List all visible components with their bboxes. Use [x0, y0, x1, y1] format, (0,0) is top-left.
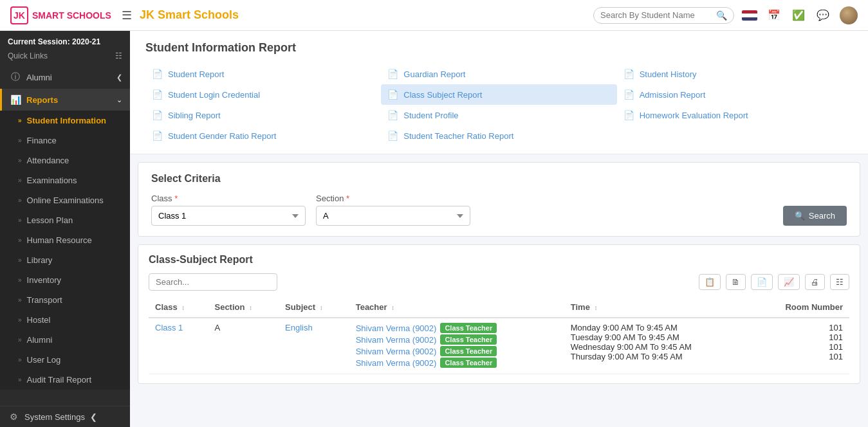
report-link-label: Admission Report	[640, 90, 706, 100]
sidebar-item-library[interactable]: » Library	[0, 250, 130, 270]
sort-icon: ↕	[391, 304, 394, 311]
sidebar-item-human-resource[interactable]: » Human Resource	[0, 230, 130, 250]
sidebar-session: Current Session: 2020-21	[0, 31, 130, 50]
search-button[interactable]: 🔍 Search	[783, 206, 847, 226]
col-teacher[interactable]: Teacher ↕	[349, 297, 564, 318]
report-doc-icon: 📄	[152, 131, 163, 141]
copy-button[interactable]: 📋	[699, 274, 721, 290]
sidebar-item-student-information[interactable]: » Student Information	[0, 111, 130, 131]
logo-box: JK	[10, 6, 28, 24]
teacher-row: Shivam Verma (9002) Class Teacher	[356, 334, 558, 345]
teacher-name: Shivam Verma (9002)	[356, 347, 437, 356]
sidebar-label-transport: Transport	[27, 295, 62, 305]
sidebar-label-examinations: Examinations	[27, 176, 77, 185]
sidebar-item-system-settings[interactable]: ⚙ System Settings ❮	[0, 406, 130, 427]
sidebar-label-library: Library	[27, 255, 53, 265]
sidebar-item-finance[interactable]: » Finance	[0, 131, 130, 150]
sidebar-item-reports[interactable]: 📊 Reports ⌄	[0, 89, 130, 111]
report-link-sibling-report[interactable]: 📄 Sibling Report	[145, 105, 381, 125]
report-link-student-history[interactable]: 📄 Student History	[617, 64, 853, 84]
sidebar-label-user-log: User Log	[27, 355, 61, 365]
arrow-icon: »	[18, 376, 22, 383]
report-link-label: Homework Evaluation Report	[640, 111, 748, 120]
arrow-icon: »	[18, 177, 22, 184]
quick-links[interactable]: Quick Links ☷	[0, 50, 130, 66]
sidebar-item-audit-trail[interactable]: » Audit Trail Report	[0, 370, 130, 390]
sidebar-item-examinations[interactable]: » Examinations	[0, 170, 130, 190]
logo: JK SMART SCHOOLS	[10, 6, 111, 24]
report-link-class-subject-report[interactable]: 📄 Class Subject Report	[381, 84, 616, 105]
search-box: 🔍	[593, 7, 734, 24]
table-toolbar: 📋 🗎 📄 📈 🖨 ☷	[149, 273, 849, 291]
arrow-icon: »	[18, 117, 22, 124]
sidebar-item-inventory[interactable]: » Inventory	[0, 270, 130, 290]
report-link-guardian-report[interactable]: 📄 Guardian Report	[381, 64, 616, 84]
calendar-icon[interactable]: 📅	[766, 8, 782, 23]
sidebar-item-attendance[interactable]: » Attendance	[0, 150, 130, 170]
required-marker: *	[174, 194, 178, 203]
report-link-student-gender-ratio[interactable]: 📄 Student Gender Ratio Report	[145, 125, 381, 146]
search-input[interactable]	[600, 10, 716, 20]
search-icon[interactable]: 🔍	[716, 10, 727, 21]
col-time[interactable]: Time ↕	[564, 297, 751, 318]
sidebar-label-inventory: Inventory	[27, 275, 61, 285]
sidebar-item-alumni-sub[interactable]: » Alumni	[0, 330, 130, 350]
sidebar-item-lesson-plan[interactable]: » Lesson Plan	[0, 210, 130, 230]
avatar[interactable]	[840, 6, 858, 24]
report-link-student-profile[interactable]: 📄 Student Profile	[381, 105, 616, 125]
csv-button[interactable]: 📄	[751, 274, 773, 290]
sidebar-item-online-examinations[interactable]: » Online Examinations	[0, 190, 130, 210]
required-marker: *	[346, 194, 349, 203]
sidebar-item-user-log[interactable]: » User Log	[0, 350, 130, 370]
grid-icon: ☷	[115, 51, 122, 60]
table-section: Class-Subject Report 📋 🗎 📄 📈 🖨 ☷ Class ↕…	[138, 244, 860, 384]
subject-link[interactable]: English	[285, 323, 313, 332]
time-row: Wednesday 9:00 AM To 9:45 AM	[571, 342, 744, 352]
sidebar-item-alumni-top[interactable]: ⓘ Alumni ❮	[0, 66, 130, 89]
sidebar-label-alumni: Alumni	[26, 73, 52, 82]
sidebar-label-online-examinations: Online Examinations	[27, 195, 104, 205]
whatsapp-icon[interactable]: 💬	[815, 8, 831, 23]
report-doc-icon: 📄	[623, 110, 634, 120]
class-form-group: Class * Class 1 Class 2 Class 3 Class 4 …	[151, 194, 306, 226]
quick-links-label: Quick Links	[8, 51, 48, 60]
pdf-button[interactable]: 🗎	[726, 274, 746, 290]
col-class[interactable]: Class ↕	[149, 297, 208, 318]
col-section[interactable]: Section ↕	[208, 297, 279, 318]
sidebar-submenu-reports: » Student Information » Finance » Attend…	[0, 111, 130, 390]
class-link[interactable]: Class 1	[155, 323, 183, 332]
teacher-row: Shivam Verma (9002) Class Teacher	[356, 346, 558, 356]
report-link-student-login-credential[interactable]: 📄 Student Login Credential	[145, 84, 381, 105]
time-row: Tuesday 9:00 AM To 9:45 AM	[571, 332, 744, 342]
sidebar-item-transport[interactable]: » Transport	[0, 290, 130, 310]
report-link-homework-evaluation[interactable]: 📄 Homework Evaluation Report	[617, 105, 853, 125]
report-doc-icon: 📄	[623, 89, 634, 100]
arrow-icon: »	[18, 197, 22, 204]
report-link-admission-report[interactable]: 📄 Admission Report	[617, 84, 853, 105]
section-form-group: Section * A B C D	[316, 194, 470, 226]
sidebar-item-hostel[interactable]: » Hostel	[0, 310, 130, 330]
report-grid: 📄 Student Report 📄 Student Login Credent…	[145, 64, 853, 146]
sidebar-label-lesson-plan: Lesson Plan	[27, 215, 73, 225]
arrow-icon: »	[18, 257, 22, 264]
excel-button[interactable]: 📈	[778, 274, 800, 290]
report-links-section: Student Information Report 📄 Student Rep…	[130, 31, 868, 154]
sort-icon: ↕	[249, 304, 252, 311]
report-link-student-report[interactable]: 📄 Student Report	[145, 64, 381, 84]
col-room-number[interactable]: Room Number	[751, 297, 849, 318]
cell-teacher: Shivam Verma (9002) Class Teacher Shivam…	[349, 318, 564, 374]
flag-icon[interactable]	[742, 8, 757, 23]
session-label: Current Session: 2020-21	[8, 37, 122, 46]
col-subject[interactable]: Subject ↕	[279, 297, 349, 318]
columns-button[interactable]: ☷	[830, 274, 849, 290]
teacher-row: Shivam Verma (9002) Class Teacher	[356, 358, 558, 368]
checklist-icon[interactable]: ✅	[791, 8, 806, 23]
report-link-label: Student Teacher Ratio Report	[403, 131, 513, 141]
report-link-student-teacher-ratio[interactable]: 📄 Student Teacher Ratio Report	[381, 125, 616, 146]
table-search-input[interactable]	[149, 273, 277, 291]
print-button[interactable]: 🖨	[805, 274, 825, 290]
hamburger-button[interactable]: ☰	[122, 8, 132, 23]
class-select[interactable]: Class 1 Class 2 Class 3 Class 4 Class 5	[151, 206, 306, 226]
layout: Current Session: 2020-21 Quick Links ☷ ⓘ…	[0, 31, 868, 427]
section-select[interactable]: A B C D	[316, 206, 470, 226]
